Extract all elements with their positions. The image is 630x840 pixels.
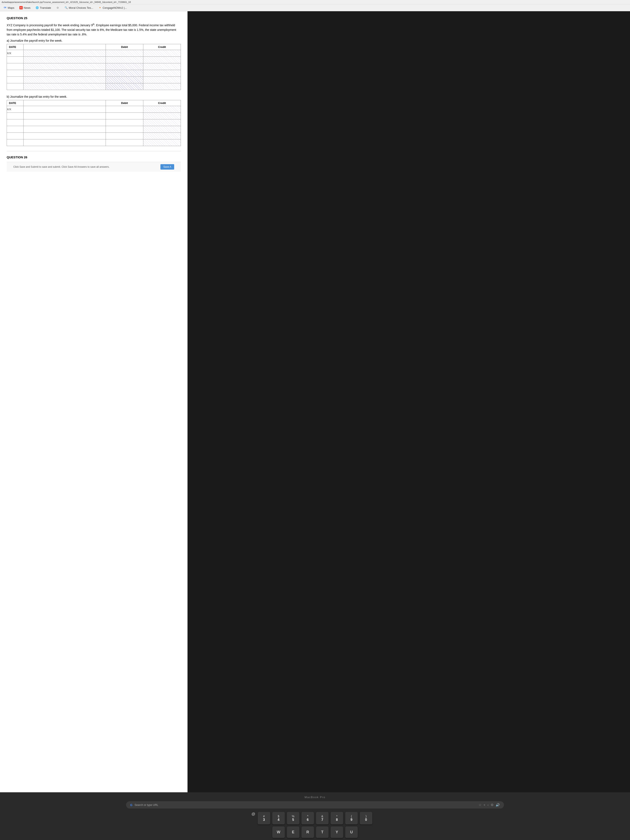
table-b-debit-cell-3[interactable] [106,119,143,126]
table-b-debit-input-1[interactable] [106,106,143,112]
table-a-debit-input-5[interactable] [106,77,143,83]
table-b-credit-input-3[interactable] [143,119,181,126]
table-a-credit-input-3[interactable] [143,63,181,70]
table-a-credit-cell-3[interactable] [143,63,181,70]
table-a-desc-input-4[interactable] [24,70,106,76]
table-b-debit-input-5[interactable] [106,133,143,139]
address-bar[interactable]: G Search or type URL ☆ + ‹ ⚙ 🔊 [126,801,504,808]
key-5[interactable]: % 5 [287,812,299,824]
table-b-credit-cell-4[interactable] [143,126,181,133]
settings-icon: ⚙ [491,803,494,807]
table-a-credit-cell-4[interactable] [143,70,181,76]
tab-news[interactable]: G News [19,6,32,10]
table-b-desc-input-6[interactable] [24,139,106,146]
table-a-desc-cell-4[interactable] [24,70,106,76]
url-bar[interactable]: du/webapps/assessment/take/launch.jsp?co… [0,0,630,5]
table-a-desc-cell-3[interactable] [24,63,106,70]
table-b-credit-input-4[interactable] [143,126,181,133]
table-b-credit-cell-3[interactable] [143,119,181,126]
table-b-credit-input-6[interactable] [143,139,181,146]
table-a-desc-cell-6[interactable] [24,83,106,90]
table-a-credit-input-4[interactable] [143,70,181,76]
table-b-credit-cell-1[interactable] [143,106,181,112]
key-w[interactable]: W [272,826,285,838]
journal-table-a: DATE Debit Credit X/X [7,44,181,90]
table-b-credit-input-1[interactable] [143,106,181,112]
table-b-debit-cell-4[interactable] [106,126,143,133]
table-b-debit-input-3[interactable] [106,119,143,126]
table-a-credit-input-5[interactable] [143,77,181,83]
table-b-credit-cell-5[interactable] [143,133,181,139]
table-a-debit-input-2[interactable] [106,57,143,63]
save-all-button[interactable]: Save A [160,164,174,170]
table-a-desc-cell-5[interactable] [24,76,106,83]
table-a-debit-cell-5[interactable] [106,76,143,83]
key-y[interactable]: Y [331,826,343,838]
key-0[interactable]: ) 0 [360,812,372,824]
table-a-debit-input-6[interactable] [106,83,143,90]
table-a-debit-cell-2[interactable] [106,57,143,63]
table-b-desc-input-4[interactable] [24,126,106,133]
tab-circle[interactable]: ⊙ [55,6,60,10]
table-a-debit-cell-4[interactable] [106,70,143,76]
table-a-credit-cell-5[interactable] [143,76,181,83]
table-a-desc-input-2[interactable] [24,57,106,63]
key-r[interactable]: R [302,826,314,838]
table-a-credit-input-1[interactable] [143,50,181,57]
table-b-debit-cell-6[interactable] [106,139,143,146]
table-a-desc-input-1[interactable] [24,50,106,57]
table-a-credit-cell-1[interactable] [143,50,181,57]
table-b-credit-input-2[interactable] [143,113,181,119]
table-b-desc-input-5[interactable] [24,133,106,139]
table-b-desc-input-3[interactable] [24,119,106,126]
tab-maps[interactable]: 🗺 Maps [3,6,15,10]
table-b-debit-input-4[interactable] [106,126,143,133]
tab-search[interactable]: 🔍 Moral Choices Tes... [63,6,94,10]
key-t[interactable]: T [316,826,328,838]
table-a-debit-input-1[interactable] [106,50,143,57]
table-a-desc-input-3[interactable] [24,63,106,70]
table-b-desc-cell-4[interactable] [24,126,106,133]
table-a-desc-cell-1[interactable] [24,50,106,57]
table-b-desc-input-1[interactable] [24,106,106,112]
key-7[interactable]: & 7 [316,812,328,824]
table-b-desc-cell-3[interactable] [24,119,106,126]
tab-cengage[interactable]: ✦ CengageNOWv2 |... [98,6,128,10]
table-a-credit-cell-6[interactable] [143,83,181,90]
table-b-desc-cell-5[interactable] [24,133,106,139]
key-6[interactable]: ^ 6 [302,812,314,824]
key-u[interactable]: U [345,826,358,838]
translate-icon: 🌐 [35,6,39,9]
table-a-debit-input-3[interactable] [106,63,143,70]
key-3[interactable]: # 3 [258,812,270,824]
table-b-credit-cell-2[interactable] [143,112,181,119]
table-a-credit-input-2[interactable] [143,57,181,63]
table-b-debit-cell-1[interactable] [106,106,143,112]
table-a-debit-cell-6[interactable] [106,83,143,90]
key-4[interactable]: $ 4 [272,812,285,824]
table-a-desc-input-6[interactable] [24,83,106,90]
table-a-desc-input-5[interactable] [24,77,106,83]
table-b-debit-cell-5[interactable] [106,133,143,139]
table-b-desc-cell-1[interactable] [24,106,106,112]
table-b-credit-cell-6[interactable] [143,139,181,146]
table-a-debit-cell-1[interactable] [106,50,143,57]
table-a-desc-cell-2[interactable] [24,57,106,63]
key-8[interactable]: * 8 [331,812,343,824]
table-a-debit-input-4[interactable] [106,70,143,76]
table-b-debit-input-2[interactable] [106,113,143,119]
table-b-desc-cell-2[interactable] [24,112,106,119]
table-b-desc-cell-6[interactable] [24,139,106,146]
part-a-label: a) Journalize the payroll entry for the … [7,39,181,42]
table-b-debit-cell-2[interactable] [106,112,143,119]
tab-translate[interactable]: 🌐 Translate [35,6,52,10]
table-b-desc-input-2[interactable] [24,113,106,119]
table-a-debit-cell-3[interactable] [106,63,143,70]
table-a-date-cell-6 [7,83,24,90]
key-e[interactable]: E [287,826,299,838]
table-a-credit-cell-2[interactable] [143,57,181,63]
table-b-debit-input-6[interactable] [106,139,143,146]
table-b-credit-input-5[interactable] [143,133,181,139]
table-a-credit-input-6[interactable] [143,83,181,90]
key-9[interactable]: ( 9 [345,812,358,824]
